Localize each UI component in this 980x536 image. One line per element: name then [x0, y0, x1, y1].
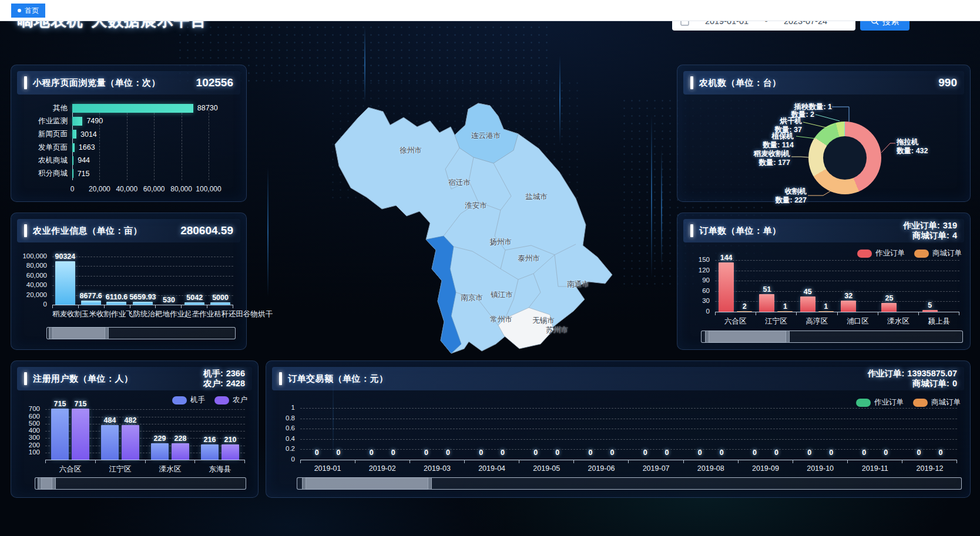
city-label-nantong[interactable]: 南通市: [567, 279, 589, 289]
x-label: 2019-11: [848, 464, 902, 473]
x-tick: [715, 312, 756, 315]
bars: 144251145132255: [715, 260, 959, 312]
x-tick: [756, 312, 797, 315]
y-tick-label: 40,000: [19, 281, 47, 289]
legend-item-jishou[interactable]: 机手: [172, 395, 205, 405]
city-label-xuzhou[interactable]: 徐州市: [400, 146, 422, 156]
bar: [55, 261, 75, 305]
bar-value-label: 2: [743, 302, 747, 311]
city-label-taizhou[interactable]: 泰州市: [518, 254, 540, 264]
city-label-yangzhou[interactable]: 扬州市: [489, 237, 512, 247]
datazoom-handle[interactable]: [39, 478, 54, 489]
revenue-datazoom-slider[interactable]: [297, 477, 962, 490]
y-tick-label: 80,000: [19, 262, 47, 270]
month-cell: 00: [519, 408, 574, 460]
bar-value-label: 3014: [80, 130, 97, 139]
bar-col: 715: [51, 408, 69, 460]
city-label-changzhou[interactable]: 常州市: [490, 315, 512, 325]
x-label: 东海县: [195, 464, 245, 474]
bar-value-label: 88730: [197, 104, 218, 112]
y-tick-label: 100: [19, 449, 40, 457]
panel-pageviews-total: 102556: [196, 76, 233, 89]
x-tick: [182, 305, 207, 308]
plot-area: 1501209060300144251145132255六合区江宁区高淳区浦口区…: [715, 260, 959, 312]
category-label: 积分商城: [18, 168, 72, 178]
city-label-suzhou[interactable]: 苏州市: [546, 325, 568, 335]
y-tick-label: 30: [686, 297, 710, 305]
legend-item-nonghu[interactable]: 农户: [214, 395, 247, 405]
bar-track: 715: [72, 169, 209, 178]
datazoom-handle[interactable]: [51, 328, 107, 339]
bar-group: 6110.6: [104, 257, 130, 305]
x-tick: [146, 460, 196, 463]
tab-home[interactable]: 首页: [11, 4, 45, 18]
city-label-nanjing[interactable]: 南京市: [461, 293, 483, 303]
legend-item-work-orders[interactable]: 作业订单: [857, 248, 905, 258]
month-cell: 00: [793, 408, 848, 460]
bar-row: 农机商城944: [18, 156, 238, 166]
x-tick: [902, 460, 957, 463]
x-labels: 六合区江宁区溧水区东海县: [45, 464, 245, 474]
bar-col: 8677.6: [80, 257, 102, 305]
farmwork-datazoom-slider[interactable]: [46, 327, 236, 339]
city-label-suqian[interactable]: 宿迁市: [448, 178, 471, 188]
bar-value-label: 484: [104, 416, 116, 424]
bar-group: 5000: [207, 257, 233, 305]
value-label: 0: [643, 449, 647, 457]
orders-chart: 1501209060300144251145132255六合区江宁区高淳区浦口区…: [686, 251, 963, 326]
panel-pageviews-title: 小程序页面浏览量（单位：次）: [33, 77, 160, 89]
users-datazoom-slider[interactable]: [35, 477, 246, 490]
datazoom-handle[interactable]: [707, 331, 788, 342]
bar-value-label: 715: [54, 400, 66, 408]
bar-col: 484: [101, 408, 119, 460]
value-label: 0: [315, 449, 319, 457]
bar: 7490: [72, 117, 82, 126]
legend-item-work-orders[interactable]: 作业订单: [856, 397, 904, 407]
legend-swatch: [914, 250, 929, 258]
bar-value-label: 228: [174, 434, 187, 443]
orders-datazoom-slider[interactable]: [701, 331, 963, 343]
jiangsu-province-map[interactable]: 徐州市 连云港市 宿迁市 淮安市 盐城市 扬州市 泰州市 南通市 镇江市 南京市…: [324, 93, 618, 357]
city-label-huaian[interactable]: 淮安市: [465, 201, 487, 211]
value-label: 0: [479, 449, 483, 457]
x-tick: [96, 460, 146, 463]
bar-col: 1: [777, 260, 793, 312]
bar: [719, 262, 734, 312]
bar-col: 5659.93: [129, 257, 156, 305]
bar-col: 1: [818, 260, 834, 312]
x-tick: [105, 305, 130, 308]
donut-label-zhibaoji: 植保机数量: 114: [763, 132, 794, 150]
datazoom-handle[interactable]: [304, 478, 430, 489]
panel-orders-header: 订单数（单位：单） 作业订单:319 商城订单:4: [683, 219, 964, 242]
donut-label-daomai: 稻麦收割机数量: 177: [754, 150, 791, 167]
city-label-yancheng[interactable]: 盐城市: [525, 192, 548, 202]
bar-group: 216210: [195, 408, 245, 460]
city-label-zhenjiang[interactable]: 镇江市: [491, 290, 513, 300]
bar-value-label: 1663: [79, 143, 95, 151]
y-tick-label: 0.8: [274, 414, 295, 423]
city-label-lianyungang[interactable]: 连云港市: [471, 131, 501, 141]
panel-farmwork: 农业作业信息（单位：亩） 280604.59 100,00080,00060,0…: [11, 213, 247, 350]
x-tick-label: 60,000: [143, 185, 165, 193]
x-label: 六合区: [715, 316, 756, 326]
legend-item-mall-orders[interactable]: 商城订单: [913, 397, 961, 407]
bar-group: 715715: [45, 408, 95, 460]
legend-item-mall-orders[interactable]: 商城订单: [914, 248, 962, 258]
bar-row: 新闻页面3014: [18, 129, 238, 139]
bar: 715: [72, 169, 73, 178]
bar-group: 1442: [715, 260, 756, 312]
value-label: 0: [501, 449, 505, 457]
x-label: 飞防统治: [126, 309, 155, 319]
bar: 88730: [72, 104, 193, 113]
pageviews-chart: 其他88730作业监测7490新闻页面3014发单页面1663农机商城944积分…: [18, 102, 238, 195]
legend-swatch: [214, 396, 229, 404]
bar-value-label: 530: [163, 296, 175, 304]
bar-value-label: 482: [125, 416, 137, 424]
city-label-wuxi[interactable]: 无锡市: [532, 316, 555, 326]
bar-value-label: 25: [885, 294, 894, 302]
x-tick: [79, 305, 105, 308]
value-label: 0: [337, 449, 341, 457]
panel-revenue-title: 订单交易额（单位：元）: [288, 373, 388, 385]
revenue-chart: 10.80.60.40.2000000000000000000000000020…: [274, 399, 961, 474]
bar-group: 451: [797, 260, 837, 312]
